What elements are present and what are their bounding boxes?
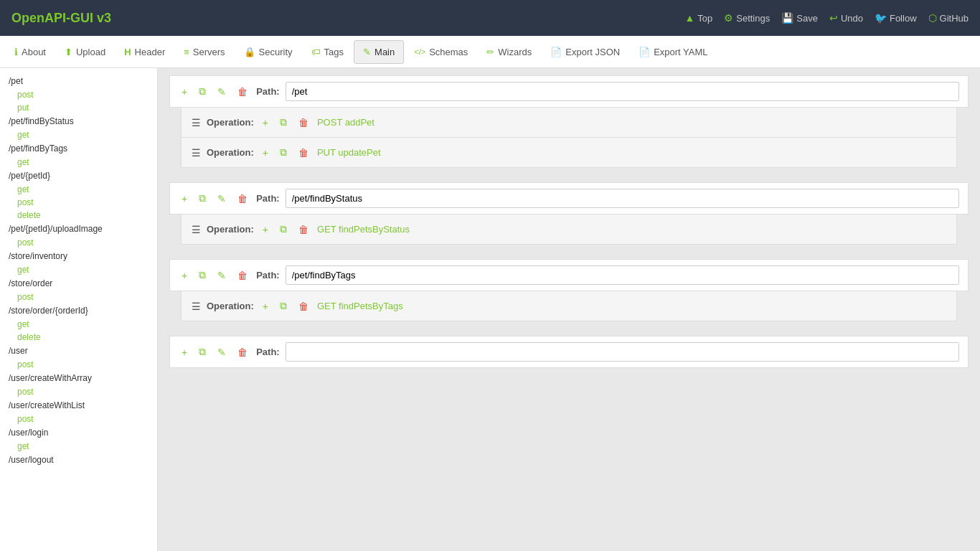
sidebar-path-find-by-tags[interactable]: /pet/findByTags (0, 141, 157, 156)
save-link[interactable]: 💾 Save (781, 12, 818, 24)
nav-upload-label: Upload (76, 47, 105, 57)
sidebar-path-upload-image[interactable]: /pet/{petId}/uploadImage (0, 222, 157, 236)
sidebar-method-order-post[interactable]: post (0, 291, 157, 303)
nav-wizards[interactable]: ✏ Wizards (478, 41, 540, 63)
operation-get-find-pets-status-name: GET findPetsByStatus (317, 224, 410, 235)
sidebar-method-petid-delete[interactable]: delete (0, 209, 157, 222)
undo-link[interactable]: ↩ Undo (829, 12, 863, 24)
nav-schemas[interactable]: </> Schemas (405, 41, 476, 63)
copy-operation-put-button[interactable]: ⧉ (277, 145, 290, 160)
copy-path-partial-button[interactable]: ⧉ (196, 344, 209, 359)
delete-operation-get-fbs-button[interactable]: 🗑 (296, 222, 311, 237)
sidebar-method-petid-get[interactable]: get (0, 183, 157, 196)
github-link[interactable]: ⬡ GitHub (928, 12, 969, 24)
sidebar-method-find-by-tags-get[interactable]: get (0, 156, 157, 169)
path-label-fbs: Path: (256, 193, 280, 204)
nav-upload[interactable]: ⬆ Upload (56, 41, 114, 63)
edit-path-pet-button[interactable]: ✎ (215, 85, 229, 99)
delete-path-fbs-button[interactable]: 🗑 (235, 192, 250, 206)
add-path-fbt-button[interactable]: + (179, 268, 190, 283)
nav-header[interactable]: H Header (116, 41, 174, 63)
path-input-pet[interactable] (286, 82, 959, 101)
add-path-fbs-button[interactable]: + (179, 192, 190, 206)
nav-wizards-label: Wizards (498, 47, 532, 57)
sidebar-method-orderid-delete[interactable]: delete (0, 331, 157, 344)
add-operation-get-fbs-button[interactable]: + (260, 222, 271, 237)
servers-icon: ≡ (184, 47, 189, 57)
sidebar-path-user-login[interactable]: /user/login (0, 425, 157, 440)
path-block-find-by-tags: + ⧉ ✎ 🗑 Path: ☰ Operation: + ⧉ 🗑 GET fin… (158, 252, 980, 321)
delete-operation-post-button[interactable]: 🗑 (296, 116, 311, 130)
add-operation-get-fbt-button[interactable]: + (260, 299, 271, 314)
nav-about-label: About (22, 47, 46, 57)
nav-export-yaml[interactable]: 📄 Export YAML (630, 41, 716, 63)
nav-export-yaml-label: Export YAML (654, 47, 707, 57)
operation-post-add-pet-name: POST addPet (317, 117, 374, 128)
nav-main[interactable]: ✎ Main (354, 40, 404, 64)
copy-operation-get-fbt-button[interactable]: ⧉ (277, 298, 290, 314)
sidebar-method-pet-post[interactable]: post (0, 88, 157, 101)
path-input-find-by-status[interactable] (286, 189, 959, 208)
upload-icon: ⬆ (65, 47, 72, 57)
schemas-icon: </> (414, 47, 425, 56)
nav-about[interactable]: ℹ About (6, 41, 55, 63)
nav-tags[interactable]: 🏷 Tags (303, 41, 352, 63)
nav-servers[interactable]: ≡ Servers (175, 41, 233, 63)
copy-path-fbs-button[interactable]: ⧉ (196, 191, 209, 206)
add-path-partial-button[interactable]: + (179, 345, 190, 359)
sidebar-method-login-get[interactable]: get (0, 440, 157, 453)
sidebar-method-create-list-post[interactable]: post (0, 413, 157, 425)
sidebar-path-user-create-array[interactable]: /user/createWithArray (0, 371, 157, 385)
path-input-find-by-tags[interactable] (286, 265, 959, 285)
nav-tags-label: Tags (324, 47, 344, 57)
sidebar-path-user[interactable]: /user (0, 344, 157, 358)
sidebar-path-pet[interactable]: /pet (0, 74, 157, 88)
twitter-icon: 🐦 (875, 12, 887, 24)
header-nav-icon: H (124, 47, 131, 57)
settings-link[interactable]: ⚙ Settings (724, 12, 770, 24)
sidebar-method-orderid-get[interactable]: get (0, 318, 157, 331)
edit-path-partial-button[interactable]: ✎ (215, 345, 229, 359)
sidebar-path-store-inventory[interactable]: /store/inventory (0, 249, 157, 263)
edit-path-fbs-button[interactable]: ✎ (215, 192, 229, 206)
path-input-partial[interactable] (286, 342, 959, 362)
sidebar-method-user-post[interactable]: post (0, 358, 157, 371)
app-header: OpenAPI-GUI v3 ▲ Top ⚙ Settings 💾 Save ↩… (0, 0, 980, 36)
copy-path-fbt-button[interactable]: ⧉ (196, 268, 209, 283)
sidebar-method-inventory-get[interactable]: get (0, 263, 157, 276)
nav-export-json-label: Export JSON (565, 47, 620, 57)
delete-operation-get-fbt-button[interactable]: 🗑 (296, 299, 311, 314)
operation-label-get-fbt: Operation: (207, 301, 254, 311)
undo-label: Undo (841, 13, 863, 24)
top-link[interactable]: ▲ Top (684, 12, 712, 24)
sidebar-path-user-create-list[interactable]: /user/createWithList (0, 398, 157, 413)
follow-link[interactable]: 🐦 Follow (875, 12, 917, 24)
nav-export-json[interactable]: 📄 Export JSON (542, 41, 628, 63)
delete-path-fbt-button[interactable]: 🗑 (235, 268, 250, 283)
path-block-pet: + ⧉ ✎ 🗑 Path: ☰ Operation: + ⧉ 🗑 POST ad… (158, 68, 980, 168)
sidebar-method-create-array-post[interactable]: post (0, 385, 157, 398)
lock-icon: 🔒 (244, 47, 255, 57)
delete-path-partial-button[interactable]: 🗑 (235, 345, 250, 359)
edit-path-fbt-button[interactable]: ✎ (215, 268, 229, 283)
nav-security[interactable]: 🔒 Security (235, 41, 301, 63)
sidebar-method-find-by-status-get[interactable]: get (0, 128, 157, 141)
sidebar-path-pet-id[interactable]: /pet/{petId} (0, 169, 157, 183)
add-operation-put-button[interactable]: + (260, 146, 271, 160)
spacer-2 (158, 245, 980, 252)
sidebar-path-store-order-id[interactable]: /store/order/{orderId} (0, 303, 157, 318)
sidebar-method-pet-put[interactable]: put (0, 101, 157, 114)
sidebar-method-upload-post[interactable]: post (0, 236, 157, 249)
operation-label-get-fbs: Operation: (207, 224, 254, 235)
copy-path-pet-button[interactable]: ⧉ (196, 84, 209, 99)
sidebar-method-petid-post[interactable]: post (0, 196, 157, 209)
delete-path-pet-button[interactable]: 🗑 (235, 85, 250, 99)
sidebar-path-find-by-status[interactable]: /pet/findByStatus (0, 114, 157, 128)
copy-operation-post-button[interactable]: ⧉ (277, 115, 290, 130)
sidebar-path-store-order[interactable]: /store/order (0, 276, 157, 291)
delete-operation-put-button[interactable]: 🗑 (296, 146, 311, 160)
copy-operation-get-fbs-button[interactable]: ⧉ (277, 222, 290, 237)
add-operation-post-button[interactable]: + (260, 116, 271, 130)
add-path-pet-button[interactable]: + (179, 85, 190, 99)
sidebar-path-user-logout[interactable]: /user/logout (0, 453, 157, 467)
